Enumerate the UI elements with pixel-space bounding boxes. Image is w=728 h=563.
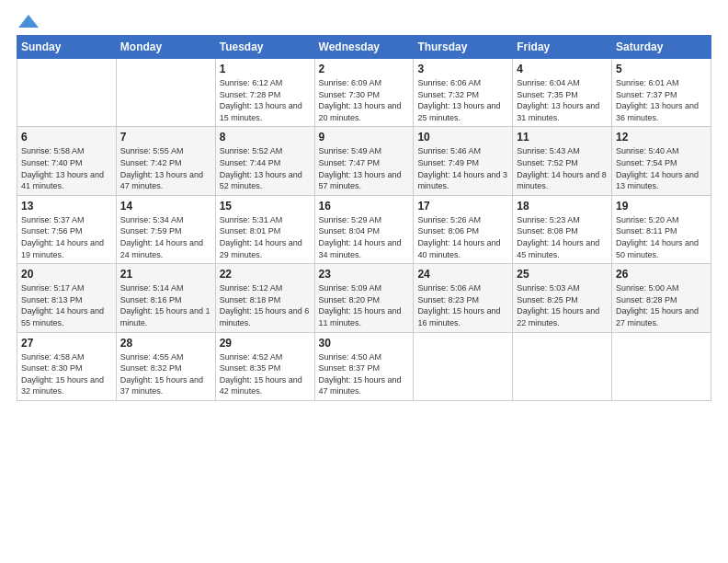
day-number: 20 xyxy=(21,268,112,281)
weekday-header-sunday: Sunday xyxy=(17,36,117,59)
calendar-cell: 20Sunrise: 5:17 AM Sunset: 8:13 PM Dayli… xyxy=(17,264,117,332)
day-info: Sunrise: 6:12 AM Sunset: 7:28 PM Dayligh… xyxy=(220,77,311,123)
calendar-cell: 29Sunrise: 4:52 AM Sunset: 8:35 PM Dayli… xyxy=(215,332,314,400)
day-number: 10 xyxy=(417,131,508,144)
day-info: Sunrise: 5:06 AM Sunset: 8:23 PM Dayligh… xyxy=(417,282,508,328)
day-number: 13 xyxy=(21,200,112,213)
calendar-table: SundayMondayTuesdayWednesdayThursdayFrid… xyxy=(17,35,711,401)
day-info: Sunrise: 5:29 AM Sunset: 8:04 PM Dayligh… xyxy=(319,214,410,260)
day-info: Sunrise: 5:46 AM Sunset: 7:49 PM Dayligh… xyxy=(417,145,508,191)
day-number: 16 xyxy=(319,200,410,213)
calendar-cell: 3Sunrise: 6:06 AM Sunset: 7:32 PM Daylig… xyxy=(414,59,513,127)
day-number: 7 xyxy=(120,131,211,144)
day-number: 12 xyxy=(616,131,707,144)
calendar-cell: 30Sunrise: 4:50 AM Sunset: 8:37 PM Dayli… xyxy=(314,332,414,400)
day-number: 3 xyxy=(417,63,508,75)
calendar-cell: 12Sunrise: 5:40 AM Sunset: 7:54 PM Dayli… xyxy=(612,127,711,195)
day-number: 5 xyxy=(616,63,707,75)
day-number: 8 xyxy=(220,131,311,144)
day-info: Sunrise: 4:52 AM Sunset: 8:35 PM Dayligh… xyxy=(220,351,311,397)
day-info: Sunrise: 4:55 AM Sunset: 8:32 PM Dayligh… xyxy=(120,351,211,397)
day-info: Sunrise: 5:00 AM Sunset: 8:28 PM Dayligh… xyxy=(616,282,707,328)
day-number: 17 xyxy=(417,200,508,213)
day-info: Sunrise: 6:04 AM Sunset: 7:35 PM Dayligh… xyxy=(517,77,608,123)
day-info: Sunrise: 5:03 AM Sunset: 8:25 PM Dayligh… xyxy=(517,282,608,328)
day-number: 29 xyxy=(220,337,311,350)
calendar-cell: 18Sunrise: 5:23 AM Sunset: 8:08 PM Dayli… xyxy=(513,195,612,263)
day-number: 15 xyxy=(220,200,311,213)
day-number: 19 xyxy=(616,200,707,213)
calendar-cell xyxy=(116,59,215,127)
day-number: 6 xyxy=(21,131,112,144)
day-number: 1 xyxy=(220,63,311,75)
day-number: 18 xyxy=(517,200,608,213)
day-number: 22 xyxy=(220,268,311,281)
calendar-cell: 11Sunrise: 5:43 AM Sunset: 7:52 PM Dayli… xyxy=(513,127,612,195)
day-info: Sunrise: 5:49 AM Sunset: 7:47 PM Dayligh… xyxy=(319,145,410,191)
day-info: Sunrise: 5:55 AM Sunset: 7:42 PM Dayligh… xyxy=(120,145,211,191)
calendar-cell: 7Sunrise: 5:55 AM Sunset: 7:42 PM Daylig… xyxy=(116,127,215,195)
day-info: Sunrise: 4:58 AM Sunset: 8:30 PM Dayligh… xyxy=(21,351,112,397)
calendar-cell: 17Sunrise: 5:26 AM Sunset: 8:06 PM Dayli… xyxy=(414,195,513,263)
day-number: 11 xyxy=(517,131,608,144)
day-number: 30 xyxy=(319,337,410,350)
calendar-cell: 23Sunrise: 5:09 AM Sunset: 8:20 PM Dayli… xyxy=(314,264,414,332)
calendar-cell: 2Sunrise: 6:09 AM Sunset: 7:30 PM Daylig… xyxy=(314,59,414,127)
calendar-cell: 8Sunrise: 5:52 AM Sunset: 7:44 PM Daylig… xyxy=(215,127,314,195)
day-info: Sunrise: 6:06 AM Sunset: 7:32 PM Dayligh… xyxy=(417,77,508,123)
day-number: 26 xyxy=(616,268,707,281)
calendar-cell: 16Sunrise: 5:29 AM Sunset: 8:04 PM Dayli… xyxy=(314,195,414,263)
calendar-cell: 24Sunrise: 5:06 AM Sunset: 8:23 PM Dayli… xyxy=(414,264,513,332)
calendar-cell xyxy=(414,332,513,400)
calendar-cell: 27Sunrise: 4:58 AM Sunset: 8:30 PM Dayli… xyxy=(17,332,117,400)
day-number: 24 xyxy=(417,268,508,281)
day-number: 27 xyxy=(21,337,112,350)
header xyxy=(17,15,711,26)
calendar-cell: 4Sunrise: 6:04 AM Sunset: 7:35 PM Daylig… xyxy=(513,59,612,127)
day-number: 28 xyxy=(120,337,211,350)
weekday-header-friday: Friday xyxy=(513,36,612,59)
calendar-cell: 19Sunrise: 5:20 AM Sunset: 8:11 PM Dayli… xyxy=(612,195,711,263)
day-number: 25 xyxy=(517,268,608,281)
day-number: 2 xyxy=(319,63,410,75)
day-info: Sunrise: 5:43 AM Sunset: 7:52 PM Dayligh… xyxy=(517,145,608,191)
calendar-cell: 28Sunrise: 4:55 AM Sunset: 8:32 PM Dayli… xyxy=(116,332,215,400)
day-info: Sunrise: 5:12 AM Sunset: 8:18 PM Dayligh… xyxy=(220,282,311,328)
day-info: Sunrise: 5:40 AM Sunset: 7:54 PM Dayligh… xyxy=(616,145,707,191)
logo-icon xyxy=(18,15,39,28)
day-number: 23 xyxy=(319,268,410,281)
day-info: Sunrise: 5:34 AM Sunset: 7:59 PM Dayligh… xyxy=(120,214,211,260)
calendar-cell xyxy=(612,332,711,400)
calendar-cell: 5Sunrise: 6:01 AM Sunset: 7:37 PM Daylig… xyxy=(612,59,711,127)
day-info: Sunrise: 6:01 AM Sunset: 7:37 PM Dayligh… xyxy=(616,77,707,123)
day-number: 14 xyxy=(120,200,211,213)
page: SundayMondayTuesdayWednesdayThursdayFrid… xyxy=(0,0,728,563)
calendar-cell: 14Sunrise: 5:34 AM Sunset: 7:59 PM Dayli… xyxy=(116,195,215,263)
day-info: Sunrise: 5:26 AM Sunset: 8:06 PM Dayligh… xyxy=(417,214,508,260)
day-number: 21 xyxy=(120,268,211,281)
day-info: Sunrise: 5:23 AM Sunset: 8:08 PM Dayligh… xyxy=(517,214,608,260)
calendar-cell: 22Sunrise: 5:12 AM Sunset: 8:18 PM Dayli… xyxy=(215,264,314,332)
calendar-cell: 25Sunrise: 5:03 AM Sunset: 8:25 PM Dayli… xyxy=(513,264,612,332)
day-info: Sunrise: 5:17 AM Sunset: 8:13 PM Dayligh… xyxy=(21,282,112,328)
calendar-cell: 13Sunrise: 5:37 AM Sunset: 7:56 PM Dayli… xyxy=(17,195,117,263)
calendar-cell: 9Sunrise: 5:49 AM Sunset: 7:47 PM Daylig… xyxy=(314,127,414,195)
calendar-cell: 6Sunrise: 5:58 AM Sunset: 7:40 PM Daylig… xyxy=(17,127,117,195)
svg-marker-0 xyxy=(18,15,39,28)
calendar-cell: 1Sunrise: 6:12 AM Sunset: 7:28 PM Daylig… xyxy=(215,59,314,127)
day-number: 4 xyxy=(517,63,608,75)
day-info: Sunrise: 4:50 AM Sunset: 8:37 PM Dayligh… xyxy=(319,351,410,397)
weekday-header-tuesday: Tuesday xyxy=(215,36,314,59)
weekday-header-saturday: Saturday xyxy=(612,36,711,59)
calendar-cell: 21Sunrise: 5:14 AM Sunset: 8:16 PM Dayli… xyxy=(116,264,215,332)
day-info: Sunrise: 5:52 AM Sunset: 7:44 PM Dayligh… xyxy=(220,145,311,191)
calendar-cell xyxy=(17,59,117,127)
day-number: 9 xyxy=(319,131,410,144)
calendar-cell: 15Sunrise: 5:31 AM Sunset: 8:01 PM Dayli… xyxy=(215,195,314,263)
day-info: Sunrise: 5:31 AM Sunset: 8:01 PM Dayligh… xyxy=(220,214,311,260)
day-info: Sunrise: 5:58 AM Sunset: 7:40 PM Dayligh… xyxy=(21,145,112,191)
day-info: Sunrise: 5:37 AM Sunset: 7:56 PM Dayligh… xyxy=(21,214,112,260)
day-info: Sunrise: 6:09 AM Sunset: 7:30 PM Dayligh… xyxy=(319,77,410,123)
weekday-header-wednesday: Wednesday xyxy=(314,36,414,59)
weekday-header-thursday: Thursday xyxy=(414,36,513,59)
